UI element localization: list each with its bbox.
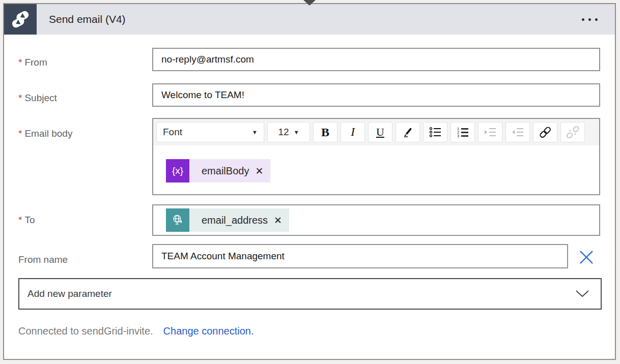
required-marker: * — [18, 128, 22, 139]
bold-button[interactable]: B — [313, 122, 337, 142]
chevron-down-icon — [575, 290, 589, 298]
to-label: *To — [18, 215, 35, 226]
required-marker: * — [18, 215, 22, 225]
token-label: emailBody — [202, 165, 249, 177]
required-marker: * — [18, 93, 22, 103]
card-header[interactable]: Send email (V4) — [4, 4, 615, 35]
remove-token-icon[interactable]: ✕ — [274, 215, 282, 226]
change-connection-link[interactable]: Change connection. — [163, 325, 254, 337]
font-family-dropdown[interactable]: Font ▼ — [156, 122, 264, 142]
sendgrid-connector-icon — [4, 4, 37, 35]
http-request-icon — [166, 208, 189, 232]
remove-token-icon[interactable]: ✕ — [255, 165, 263, 177]
add-new-parameter-dropdown[interactable]: Add new parameter — [18, 278, 602, 310]
subject-label: *Subject — [18, 93, 57, 104]
remove-from-name-field-icon[interactable] — [576, 247, 597, 267]
rich-text-toolbar: Font ▼ 12 ▼ B I U — [153, 119, 599, 145]
font-size-dropdown[interactable]: 12 ▼ — [267, 122, 310, 142]
ellipsis-menu-icon[interactable] — [575, 12, 604, 27]
chevron-down-icon: ▼ — [252, 129, 258, 135]
connection-status-text: Connected to sendGrid-invite. — [18, 325, 153, 337]
to-token[interactable]: email_address ✕ — [166, 208, 289, 232]
unlink-icon — [560, 122, 585, 142]
required-marker: * — [18, 57, 22, 68]
bullet-list-icon[interactable] — [423, 122, 447, 142]
add-new-parameter-label: Add new parameter — [27, 288, 112, 299]
from-input[interactable] — [152, 48, 600, 71]
email-body-token[interactable]: {x} emailBody ✕ — [166, 159, 270, 183]
email-body-editor[interactable]: Font ▼ 12 ▼ B I U — [152, 118, 600, 195]
expression-icon: {x} — [166, 159, 189, 183]
action-title: Send email (V4) — [49, 13, 126, 25]
italic-button[interactable]: I — [341, 122, 365, 142]
send-email-action-card: Send email (V4) *From *Subject *Email bo… — [3, 3, 616, 360]
from-label: *From — [18, 57, 47, 68]
to-input[interactable]: email_address ✕ — [152, 204, 600, 236]
subject-input[interactable] — [152, 83, 600, 107]
token-label: email_address — [202, 215, 268, 226]
svg-text:3: 3 — [457, 134, 459, 138]
from-name-input[interactable] — [152, 244, 568, 268]
chevron-down-icon: ▼ — [294, 129, 299, 135]
underline-button[interactable]: U — [368, 122, 392, 142]
outdent-icon — [505, 122, 530, 142]
from-name-label: From name — [18, 254, 68, 265]
indent-icon — [478, 122, 502, 142]
email-body-label: *Email body — [18, 128, 72, 139]
numbered-list-icon[interactable]: 1 2 3 — [450, 122, 475, 142]
flow-connector-arrow-icon — [303, 0, 316, 6]
link-icon[interactable] — [533, 122, 557, 142]
text-color-pen-icon[interactable] — [396, 122, 420, 142]
